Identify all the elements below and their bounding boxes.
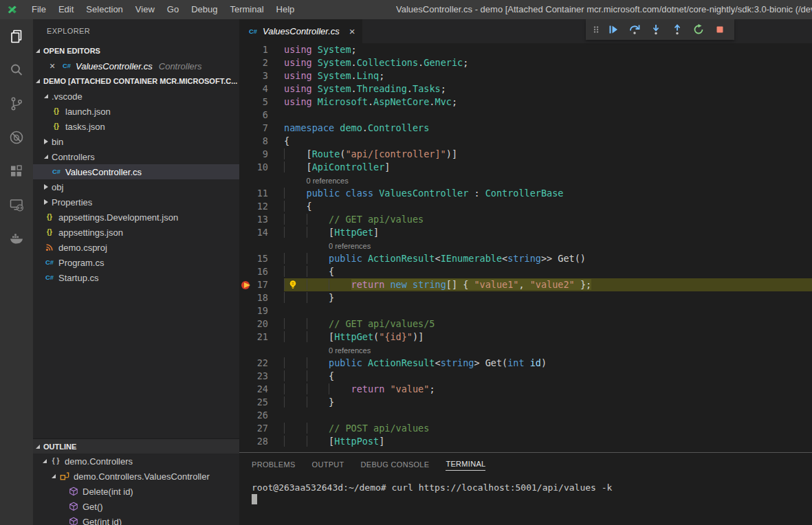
- tree-item-tasks.json[interactable]: {}tasks.json: [33, 119, 239, 134]
- stop-button[interactable]: [709, 21, 730, 38]
- line-number[interactable]: 2: [239, 56, 268, 69]
- code-line-26[interactable]: 26: [239, 409, 812, 422]
- code-line-4[interactable]: 4using System.Threading.Tasks;: [239, 82, 812, 96]
- activity-extensions-icon[interactable]: [0, 154, 33, 188]
- activity-remote-icon[interactable]: [0, 188, 33, 221]
- menu-edit[interactable]: Edit: [52, 0, 80, 19]
- line-number[interactable]: 21: [239, 331, 268, 344]
- code-line-17[interactable]: 17 return new string[] { "value1", "valu…: [239, 278, 812, 291]
- code-line-14[interactable]: 14 [HttpGet]: [239, 226, 812, 239]
- tree-item-demo.csproj[interactable]: demo.csproj: [33, 240, 239, 255]
- tree-item-obj[interactable]: obj: [33, 179, 239, 194]
- outline-item-get-int-id-[interactable]: Get(int id): [33, 514, 239, 525]
- panel-tab-output[interactable]: OUTPUT: [312, 460, 344, 471]
- code-line-18[interactable]: 18 }: [239, 291, 812, 304]
- lightbulb-icon[interactable]: [288, 280, 298, 290]
- code-line-13[interactable]: 13 // GET api/values: [239, 213, 812, 226]
- line-number[interactable]: 12: [239, 200, 268, 213]
- continue-button[interactable]: [602, 21, 624, 38]
- line-number[interactable]: 7: [239, 122, 268, 135]
- code-line-8[interactable]: 8{: [239, 135, 812, 148]
- line-number[interactable]: 26: [239, 409, 268, 422]
- section-workspace[interactable]: DEMO [ATTACHED CONTAINER MCR.MICROSOFT.C…: [33, 74, 239, 89]
- line-number[interactable]: 15: [239, 252, 268, 265]
- menu-help[interactable]: Help: [270, 0, 301, 19]
- section-open-editors[interactable]: OPEN EDITORS: [33, 43, 239, 58]
- code-line-3[interactable]: 3using System.Linq;: [239, 69, 812, 82]
- code-line-21[interactable]: 21 [HttpGet("{id}")]: [239, 331, 812, 344]
- tree-item-properties[interactable]: Properties: [33, 194, 239, 210]
- panel-tab-debug-console[interactable]: DEBUG CONSOLE: [361, 460, 430, 471]
- step-into-button[interactable]: [645, 21, 666, 38]
- outline-item-demo.controllers[interactable]: { }demo.Controllers: [33, 454, 239, 469]
- code-line-22[interactable]: 22 public ActionResult<string> Get(int i…: [239, 357, 812, 370]
- close-icon[interactable]: ×: [47, 60, 58, 71]
- tree-item-launch.json[interactable]: {}launch.json: [33, 104, 239, 119]
- line-number[interactable]: 22: [239, 357, 268, 370]
- code-line-5[interactable]: 5using Microsoft.AspNetCore.Mvc;: [239, 96, 812, 109]
- code-line-6[interactable]: 6: [239, 109, 812, 122]
- code-line-1[interactable]: 1using System;: [239, 43, 812, 56]
- tree-item-controllers[interactable]: Controllers: [33, 149, 239, 164]
- code-line-9[interactable]: 9 [Route("api/[controller]")]: [239, 148, 812, 161]
- line-number[interactable]: 5: [239, 96, 268, 109]
- tree-item-bin[interactable]: bin: [33, 134, 239, 149]
- activity-explorer-icon[interactable]: [0, 19, 33, 53]
- line-number[interactable]: 4: [239, 82, 268, 96]
- line-number[interactable]: 6: [239, 109, 268, 122]
- line-number[interactable]: 16: [239, 265, 268, 278]
- code-editor[interactable]: 1using System;2using System.Collections.…: [239, 43, 812, 452]
- code-line-20[interactable]: 20 // GET api/values/5: [239, 317, 812, 331]
- line-number[interactable]: 25: [239, 396, 268, 409]
- tree-item-program.cs[interactable]: C#Program.cs: [33, 255, 239, 270]
- activity-source-control-icon[interactable]: [0, 87, 33, 120]
- activity-debug-disabled-icon[interactable]: [0, 120, 33, 154]
- menu-terminal[interactable]: Terminal: [223, 0, 270, 19]
- code-line-15[interactable]: 15 public ActionResult<IEnumerable<strin…: [239, 252, 812, 265]
- panel-tab-problems[interactable]: PROBLEMS: [252, 460, 296, 471]
- line-number[interactable]: 19: [239, 304, 268, 317]
- menu-go[interactable]: Go: [161, 0, 185, 19]
- codelens-references[interactable]: 0 references: [239, 344, 812, 357]
- code-line-24[interactable]: 24 return "value";: [239, 383, 812, 396]
- tree-item-.vscode[interactable]: .vscode: [33, 89, 239, 104]
- codelens-references[interactable]: 0 references: [239, 239, 812, 252]
- restart-button[interactable]: [688, 21, 709, 38]
- panel-tab-terminal[interactable]: TERMINAL: [446, 460, 485, 471]
- code-line-25[interactable]: 25 }: [239, 396, 812, 409]
- tree-item-appsettings.development.json[interactable]: {}appsettings.Development.json: [33, 210, 239, 225]
- code-line-28[interactable]: 28 [HttpPost]: [239, 435, 812, 448]
- code-line-10[interactable]: 10 [ApiController]: [239, 161, 812, 174]
- outline-item-demo.controllers.valuescontroller[interactable]: demo.Controllers.ValuesController: [33, 469, 239, 484]
- line-number[interactable]: 10: [239, 161, 268, 174]
- code-line-19[interactable]: 19: [239, 304, 812, 317]
- outline-item-get-[interactable]: Get(): [33, 499, 239, 514]
- menu-view[interactable]: View: [129, 0, 161, 19]
- line-number[interactable]: 28: [239, 435, 268, 448]
- line-number[interactable]: 18: [239, 291, 268, 304]
- tree-item-valuescontroller.cs[interactable]: C#ValuesController.cs: [33, 164, 239, 179]
- code-line-11[interactable]: 11 public class ValuesController : Contr…: [239, 187, 812, 200]
- line-number[interactable]: 11: [239, 187, 268, 200]
- tree-item-startup.cs[interactable]: C#Startup.cs: [33, 270, 239, 285]
- tab-close-icon[interactable]: ×: [349, 25, 355, 37]
- line-number[interactable]: 23: [239, 370, 268, 383]
- line-number[interactable]: 1: [239, 43, 268, 56]
- code-line-2[interactable]: 2using System.Collections.Generic;: [239, 56, 812, 69]
- line-number[interactable]: 27: [239, 422, 268, 435]
- outline-item-delete-int-id-[interactable]: Delete(int id): [33, 484, 239, 499]
- menu-debug[interactable]: Debug: [185, 0, 223, 19]
- line-number[interactable]: 3: [239, 69, 268, 82]
- open-editor-item[interactable]: × C# ValuesController.cs Controllers: [33, 58, 239, 74]
- line-number[interactable]: 20: [239, 317, 268, 331]
- line-number[interactable]: 9: [239, 148, 268, 161]
- step-out-button[interactable]: [666, 21, 688, 38]
- tree-item-appsettings.json[interactable]: {}appsettings.json: [33, 225, 239, 240]
- code-line-7[interactable]: 7namespace demo.Controllers: [239, 122, 812, 135]
- codelens-references[interactable]: 0 references: [239, 174, 812, 187]
- menu-file[interactable]: File: [25, 0, 52, 19]
- breakpoint-current-line-icon[interactable]: [241, 280, 251, 290]
- section-outline[interactable]: OUTLINE: [33, 438, 239, 454]
- step-over-button[interactable]: [624, 21, 645, 38]
- code-line-16[interactable]: 16 {: [239, 265, 812, 278]
